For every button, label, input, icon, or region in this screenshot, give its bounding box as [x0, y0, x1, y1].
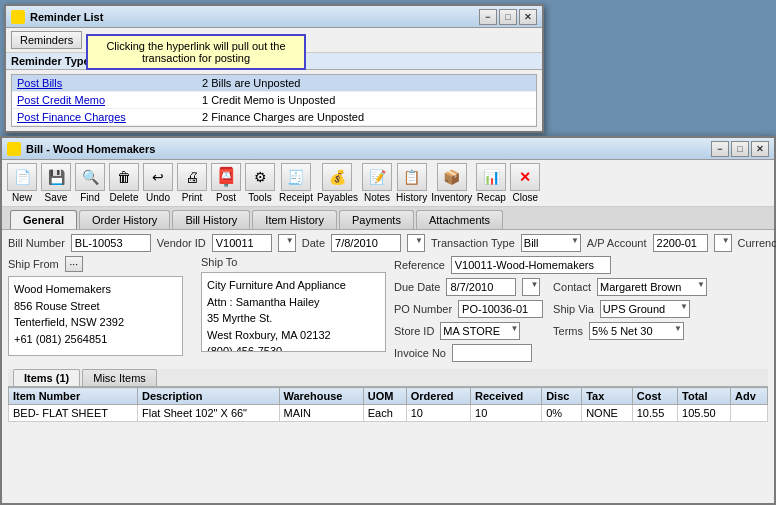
ship-to-section: Ship To City Furniture And ApplianceAttn… [201, 256, 388, 366]
cell-tax: NONE [582, 405, 633, 422]
callout-tooltip: Clicking the hyperlink will pull out the… [86, 34, 306, 70]
bill-icon [7, 142, 21, 156]
ship-from-dots-button[interactable]: ··· [65, 256, 83, 272]
date-input[interactable] [331, 234, 401, 252]
vendor-id-dropdown[interactable] [278, 234, 296, 252]
inventory-button[interactable]: 📦 Inventory [431, 163, 472, 203]
transaction-type-wrapper[interactable]: Bill [521, 234, 581, 252]
payables-button[interactable]: 💰 Payables [317, 163, 358, 203]
ship-row: Ship From ··· Wood Homemakers856 Rouse S… [8, 256, 768, 366]
col-warehouse: Warehouse [279, 388, 363, 405]
cell-uom: Each [363, 405, 406, 422]
ship-columns: Ship From ··· Wood Homemakers856 Rouse S… [8, 256, 388, 366]
tab-order-history[interactable]: Order History [79, 210, 170, 229]
reminder-window-title: Reminder List [30, 11, 103, 23]
reminder-maximize-button[interactable]: □ [499, 9, 517, 25]
close-toolbar-icon: ✕ [510, 163, 540, 191]
reminder-row-post-credit-memo[interactable]: Post Credit Memo 1 Credit Memo is Unpost… [12, 92, 536, 109]
store-id-select[interactable]: MA STORE [440, 322, 520, 340]
new-button[interactable]: 📄 New [7, 163, 37, 203]
bill-number-input[interactable] [71, 234, 151, 252]
undo-icon: ↩ [143, 163, 173, 191]
reminder-row-post-bills[interactable]: Post Bills 2 Bills are Unposted [12, 75, 536, 92]
reminder-info-post-finance: 2 Finance Charges are Unposted [202, 111, 531, 123]
bill-minimize-button[interactable]: − [711, 141, 729, 157]
undo-label: Undo [146, 192, 170, 203]
save-button[interactable]: 💾 Save [41, 163, 71, 203]
due-date-select[interactable] [522, 278, 540, 296]
ap-account-select[interactable] [714, 234, 732, 252]
delete-button[interactable]: 🗑 Delete [109, 163, 139, 203]
items-tab-items1[interactable]: Items (1) [13, 369, 80, 386]
due-date-input[interactable] [446, 278, 516, 296]
bill-window-controls: − □ ✕ [711, 141, 769, 157]
inventory-icon: 📦 [437, 163, 467, 191]
post-finance-link[interactable]: Post Finance Charges [17, 111, 126, 123]
post-bills-link[interactable]: Post Bills [17, 77, 62, 89]
tab-item-history[interactable]: Item History [252, 210, 337, 229]
po-number-input[interactable] [458, 300, 543, 318]
ap-account-input[interactable] [653, 234, 708, 252]
reminder-type-post-finance[interactable]: Post Finance Charges [17, 111, 202, 123]
reminder-info-post-bills: 2 Bills are Unposted [202, 77, 531, 89]
invoice-no-input[interactable] [452, 344, 532, 362]
transaction-type-select[interactable]: Bill [521, 234, 581, 252]
tab-general[interactable]: General [10, 210, 77, 229]
reminders-button[interactable]: Reminders [11, 31, 82, 49]
tab-payments[interactable]: Payments [339, 210, 414, 229]
cell-total: 105.50 [678, 405, 731, 422]
post-button[interactable]: 📮 Post [211, 163, 241, 203]
contact-label: Contact [553, 281, 591, 293]
delete-label: Delete [110, 192, 139, 203]
bill-close-button[interactable]: ✕ [751, 141, 769, 157]
undo-button[interactable]: ↩ Undo [143, 163, 173, 203]
history-button[interactable]: 📋 History [396, 163, 427, 203]
reference-input[interactable] [451, 256, 611, 274]
contact-select[interactable]: Margarett Brown [597, 278, 707, 296]
transaction-type-label: Transaction Type [431, 237, 515, 249]
delete-icon: 🗑 [109, 163, 139, 191]
notes-button[interactable]: 📝 Notes [362, 163, 392, 203]
ship-via-select[interactable]: UPS Ground [600, 300, 690, 318]
ship-from-address: Wood Homemakers856 Rouse StreetTenterfie… [11, 279, 180, 349]
reminder-row-post-finance[interactable]: Post Finance Charges 2 Finance Charges a… [12, 109, 536, 126]
print-button[interactable]: 🖨 Print [177, 163, 207, 203]
tools-icon: ⚙ [245, 163, 275, 191]
cell-disc: 0% [542, 405, 582, 422]
vendor-id-input[interactable] [212, 234, 272, 252]
currency-label: Currency [738, 237, 776, 249]
ship-to-label-row: Ship To [201, 256, 388, 268]
date-dropdown[interactable] [407, 234, 425, 252]
date-select[interactable] [407, 234, 425, 252]
col-adv: Adv [730, 388, 767, 405]
vendor-id-select[interactable] [278, 234, 296, 252]
post-credit-memo-link[interactable]: Post Credit Memo [17, 94, 105, 106]
reference-row: Reference [394, 256, 768, 274]
find-label: Find [80, 192, 99, 203]
find-button[interactable]: 🔍 Find [75, 163, 105, 203]
col-item-number: Item Number [9, 388, 138, 405]
tab-bill-history[interactable]: Bill History [172, 210, 250, 229]
reminder-info-post-credit-memo: 1 Credit Memo is Unposted [202, 94, 531, 106]
history-icon: 📋 [397, 163, 427, 191]
new-icon: 📄 [7, 163, 37, 191]
terms-select[interactable]: 5% 5 Net 30 [589, 322, 684, 340]
ap-account-label: A/P Account [587, 237, 647, 249]
due-date-row: Due Date [394, 278, 543, 296]
bill-maximize-button[interactable]: □ [731, 141, 749, 157]
items-tab-misc[interactable]: Misc Items [82, 369, 157, 386]
ship-via-row: Ship Via UPS Ground [553, 300, 707, 318]
tab-attachments[interactable]: Attachments [416, 210, 503, 229]
ap-account-dropdown[interactable] [714, 234, 732, 252]
cell-cost: 10.55 [632, 405, 677, 422]
print-label: Print [182, 192, 203, 203]
recap-button[interactable]: 📊 Recap [476, 163, 506, 203]
receipt-button[interactable]: 🧾 Receipt [279, 163, 313, 203]
titlebar-left: Reminder List [11, 10, 103, 24]
reminder-minimize-button[interactable]: − [479, 9, 497, 25]
reminder-close-button[interactable]: ✕ [519, 9, 537, 25]
tools-button[interactable]: ⚙ Tools [245, 163, 275, 203]
reminder-type-post-credit-memo[interactable]: Post Credit Memo [17, 94, 202, 106]
reminder-type-post-bills[interactable]: Post Bills [17, 77, 202, 89]
close-toolbar-button[interactable]: ✕ Close [510, 163, 540, 203]
